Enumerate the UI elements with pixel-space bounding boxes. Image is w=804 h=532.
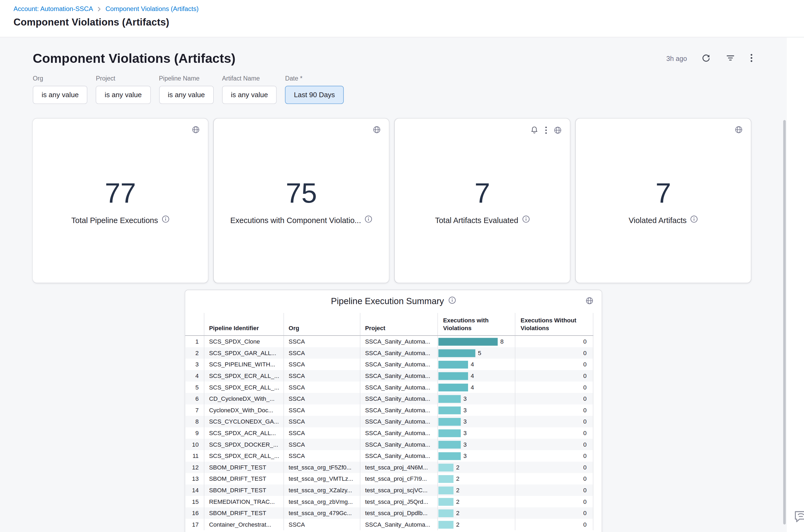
column-header-pipeline-identifier[interactable]: Pipeline Identifier	[204, 313, 283, 335]
table-row[interactable]: 12 SBOM_DRIFT_TEST test_ssca_org_tF5Zf0.…	[185, 462, 593, 473]
table-row[interactable]: 10 SCS_SPDX_DOCKER_... SSCA SSCA_Sanity_…	[185, 439, 593, 450]
column-header-executions-without-violations[interactable]: Executions Without Violations	[515, 313, 593, 335]
cell-pipeline-identifier: SCS_SPDX_ECR_ALL_...	[204, 450, 283, 462]
cell-pipeline-identifier: SCS_SPDX_GAR_ALL...	[204, 347, 283, 359]
cell-project: test_ssca_proj_cF7I9...	[360, 473, 437, 484]
table-row[interactable]: 13 SBOM_DRIFT_TEST test_ssca_org_VMTLz..…	[185, 473, 593, 484]
violations-bar	[438, 349, 475, 357]
cell-project: SSCA_Sanity_Automa...	[360, 381, 437, 393]
filter-chip-org[interactable]: is any value	[33, 86, 88, 104]
table-row[interactable]: 4 SCS_SPDX_ECR_ALL_... SSCA SSCA_Sanity_…	[185, 370, 593, 382]
violations-bar	[438, 418, 461, 425]
cell-project: SSCA_Sanity_Automa...	[360, 427, 437, 439]
cell-executions-without-violations: 0	[515, 336, 593, 347]
stat-label-row: Executions with Component Violatio...	[214, 215, 389, 225]
cell-project: SSCA_Sanity_Automa...	[360, 347, 437, 359]
top-header: Account: Automation-SSCA Component Viola…	[0, 0, 804, 37]
cell-pipeline-identifier: SCS_SPDX_ECR_ALL_...	[204, 381, 283, 393]
row-index: 15	[185, 496, 204, 508]
cell-org: SSCA	[283, 450, 360, 462]
table-row[interactable]: 14 SBOM_DRIFT_TEST test_ssca_org_XZalzy.…	[185, 484, 593, 496]
card-extra-icons	[530, 126, 547, 136]
info-icon[interactable]	[162, 215, 169, 225]
filter-group: Project is any value	[96, 75, 151, 104]
cell-executions-without-violations: 0	[515, 359, 593, 370]
table-row[interactable]: 8 SCS_CYCLONEDX_GA... SSCA SSCA_Sanity_A…	[185, 416, 593, 427]
row-index: 11	[185, 450, 204, 462]
violations-bar-value: 3	[464, 441, 467, 448]
cell-pipeline-identifier: SCS_CYCLONEDX_GA...	[204, 416, 283, 427]
chevron-right-icon	[97, 7, 101, 11]
cell-executions-without-violations: 0	[515, 439, 593, 450]
info-icon[interactable]	[365, 215, 372, 225]
cell-org: SSCA	[283, 427, 360, 439]
cell-project: SSCA_Sanity_Automa...	[360, 393, 437, 404]
pipeline-execution-summary-card: Pipeline Execution Summary Pipeline Iden…	[185, 290, 601, 532]
table-row[interactable]: 9 SCS_SPDX_ACR_ALL... SSCA SSCA_Sanity_A…	[185, 427, 593, 439]
dashboard-menu-button[interactable]	[749, 52, 753, 65]
refresh-button[interactable]	[700, 52, 712, 65]
table-row[interactable]: 5 SCS_SPDX_ECR_ALL_... SSCA SSCA_Sanity_…	[185, 381, 593, 393]
filter-chip-pipeline-name[interactable]: is any value	[159, 86, 214, 104]
filter-group: Pipeline Name is any value	[159, 75, 214, 104]
table-row[interactable]: 15 REMEDIATION_TRAC... test_ssca_org_zbV…	[185, 496, 593, 508]
cell-executions-with-violations: 3	[437, 393, 515, 404]
info-icon[interactable]	[522, 215, 529, 225]
column-header-executions-with-violations[interactable]: Executions with Violations	[437, 313, 515, 335]
cell-org: test_ssca_org_zbVmg...	[283, 496, 360, 508]
cell-org: test_ssca_org_479Gc...	[283, 507, 360, 519]
cell-org: SSCA	[283, 404, 360, 416]
alert-bell-icon[interactable]	[530, 126, 538, 136]
cell-executions-without-violations: 0	[515, 496, 593, 508]
breadcrumb-account-link[interactable]: Account: Automation-SSCA	[14, 6, 93, 12]
cell-project: SSCA_Sanity_Automa...	[360, 336, 437, 347]
table-row[interactable]: 2 SCS_SPDX_GAR_ALL... SSCA SSCA_Sanity_A…	[185, 347, 593, 359]
last-refreshed-label: 3h ago	[666, 55, 687, 62]
cell-executions-with-violations: 3	[437, 450, 515, 462]
filter-group: Artifact Name is any value	[222, 75, 277, 104]
globe-icon[interactable]	[586, 297, 594, 307]
cell-pipeline-identifier: SBOM_DRIFT_TEST	[204, 462, 283, 473]
cell-executions-with-violations: 5	[437, 347, 515, 359]
card-kebab-menu-icon[interactable]	[545, 126, 547, 136]
column-header-org[interactable]: Org	[283, 313, 360, 335]
cell-executions-without-violations: 0	[515, 484, 593, 496]
kebab-menu-icon	[751, 53, 753, 64]
vertical-scrollbar[interactable]	[783, 120, 786, 525]
globe-icon[interactable]	[373, 126, 381, 136]
violations-bar-value: 5	[478, 350, 481, 356]
breadcrumb: Account: Automation-SSCA Component Viola…	[14, 6, 804, 12]
table-row[interactable]: 1 SCS_SPDX_Clone SSCA SSCA_Sanity_Automa…	[185, 336, 593, 347]
cell-executions-without-violations: 0	[515, 427, 593, 439]
violations-bar	[438, 372, 468, 380]
stat-label-row: Total Pipeline Executions	[33, 215, 208, 225]
cell-executions-with-violations: 3	[437, 427, 515, 439]
filter-button[interactable]	[725, 52, 736, 65]
breadcrumb-page-link[interactable]: Component Violations (Artifacts)	[106, 6, 199, 12]
cell-executions-with-violations: 3	[437, 416, 515, 427]
cell-executions-with-violations: 3	[437, 404, 515, 416]
stat-label: Total Pipeline Executions	[71, 215, 158, 224]
globe-icon[interactable]	[735, 126, 743, 136]
row-index: 1	[185, 336, 204, 347]
info-icon[interactable]	[448, 296, 456, 307]
filter-chip-date[interactable]: Last 90 Days	[285, 86, 344, 104]
filter-chip-project[interactable]: is any value	[96, 86, 151, 104]
column-header-project[interactable]: Project	[360, 313, 437, 335]
table-row[interactable]: 6 CD_CycloneDX_With_... SSCA SSCA_Sanity…	[185, 393, 593, 404]
stat-value: 77	[33, 179, 208, 207]
support-chat-icon[interactable]	[793, 508, 804, 524]
cell-org: SSCA	[283, 416, 360, 427]
table-row[interactable]: 17 Container_Orchestrat... SSCA SSCA_San…	[185, 519, 593, 530]
globe-icon[interactable]	[192, 126, 200, 136]
globe-icon[interactable]	[554, 126, 562, 136]
filter-group: Date * Last 90 Days	[285, 75, 344, 104]
table-row[interactable]: 11 SCS_SPDX_ECR_ALL_... SSCA SSCA_Sanity…	[185, 450, 593, 462]
table-row[interactable]: 7 CycloneDX_With_Doc... SSCA SSCA_Sanity…	[185, 404, 593, 416]
violations-bar	[438, 463, 453, 471]
info-icon[interactable]	[690, 215, 698, 225]
table-row[interactable]: 3 SCS_PIPELINE_WITH... SSCA SSCA_Sanity_…	[185, 359, 593, 370]
table-row[interactable]: 16 SBOM_DRIFT_TEST test_ssca_org_479Gc..…	[185, 507, 593, 519]
row-index: 14	[185, 484, 204, 496]
filter-chip-artifact-name[interactable]: is any value	[222, 86, 277, 104]
